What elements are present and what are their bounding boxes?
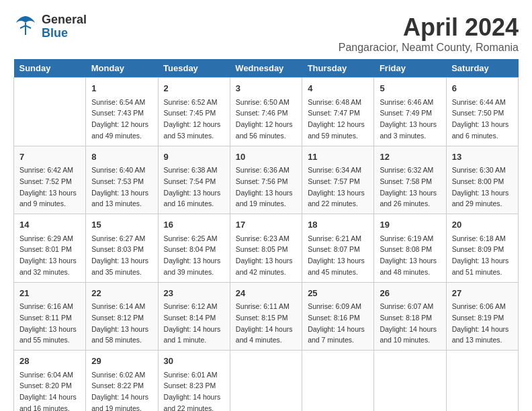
- page-header: General Blue April 2024 Pangaracior, Nea…: [13, 13, 519, 54]
- day-number: 26: [380, 287, 440, 300]
- calendar-cell: 15Sunrise: 6:27 AM Sunset: 8:03 PM Dayli…: [86, 214, 158, 283]
- logo-bird-svg: [13, 13, 38, 38]
- day-info: Sunrise: 6:11 AM Sunset: 8:15 PM Dayligh…: [236, 302, 293, 344]
- header-day-sunday: Sunday: [14, 59, 86, 78]
- day-info: Sunrise: 6:50 AM Sunset: 7:46 PM Dayligh…: [236, 98, 293, 140]
- day-info: Sunrise: 6:32 AM Sunset: 7:58 PM Dayligh…: [380, 166, 437, 208]
- calendar-cell: 27Sunrise: 6:06 AM Sunset: 8:19 PM Dayli…: [446, 282, 518, 351]
- calendar-cell: [446, 351, 518, 412]
- calendar-cell: 4Sunrise: 6:48 AM Sunset: 7:47 PM Daylig…: [302, 78, 374, 146]
- week-row-5: 28Sunrise: 6:04 AM Sunset: 8:20 PM Dayli…: [14, 351, 519, 412]
- calendar-cell: 5Sunrise: 6:46 AM Sunset: 7:49 PM Daylig…: [374, 78, 446, 146]
- calendar-table: SundayMondayTuesdayWednesdayThursdayFrid…: [13, 59, 519, 411]
- subtitle: Pangaracior, Neamt County, Romania: [339, 42, 519, 54]
- calendar-cell: 24Sunrise: 6:11 AM Sunset: 8:15 PM Dayli…: [230, 282, 302, 351]
- header-day-monday: Monday: [86, 59, 158, 78]
- calendar-cell: 23Sunrise: 6:12 AM Sunset: 8:14 PM Dayli…: [158, 282, 230, 351]
- day-info: Sunrise: 6:36 AM Sunset: 7:56 PM Dayligh…: [236, 166, 293, 208]
- calendar-cell: 2Sunrise: 6:52 AM Sunset: 7:45 PM Daylig…: [158, 78, 230, 146]
- day-number: 25: [308, 287, 368, 300]
- day-info: Sunrise: 6:12 AM Sunset: 8:14 PM Dayligh…: [164, 302, 221, 344]
- header-day-saturday: Saturday: [446, 59, 518, 78]
- calendar-cell: 21Sunrise: 6:16 AM Sunset: 8:11 PM Dayli…: [14, 282, 86, 351]
- day-number: 24: [236, 287, 296, 300]
- calendar-cell: 9Sunrise: 6:38 AM Sunset: 7:54 PM Daylig…: [158, 146, 230, 214]
- day-info: Sunrise: 6:02 AM Sunset: 8:22 PM Dayligh…: [91, 371, 148, 412]
- calendar-cell: 26Sunrise: 6:07 AM Sunset: 8:18 PM Dayli…: [374, 282, 446, 351]
- day-info: Sunrise: 6:25 AM Sunset: 8:04 PM Dayligh…: [164, 234, 221, 276]
- day-info: Sunrise: 6:18 AM Sunset: 8:09 PM Dayligh…: [452, 234, 509, 276]
- week-row-3: 14Sunrise: 6:29 AM Sunset: 8:01 PM Dayli…: [14, 214, 519, 283]
- day-number: 21: [19, 287, 80, 300]
- calendar-cell: [230, 351, 302, 412]
- day-info: Sunrise: 6:21 AM Sunset: 8:07 PM Dayligh…: [308, 234, 365, 276]
- day-number: 22: [91, 287, 152, 300]
- calendar-cell: 1Sunrise: 6:54 AM Sunset: 7:43 PM Daylig…: [86, 78, 158, 146]
- day-number: 2: [164, 82, 224, 95]
- day-number: 28: [19, 355, 80, 368]
- day-info: Sunrise: 6:48 AM Sunset: 7:47 PM Dayligh…: [308, 98, 365, 140]
- day-info: Sunrise: 6:01 AM Sunset: 8:23 PM Dayligh…: [164, 371, 221, 412]
- day-info: Sunrise: 6:46 AM Sunset: 7:49 PM Dayligh…: [380, 98, 437, 140]
- day-info: Sunrise: 6:07 AM Sunset: 8:18 PM Dayligh…: [380, 302, 437, 344]
- header-day-tuesday: Tuesday: [158, 59, 230, 78]
- logo: General Blue: [13, 13, 87, 40]
- logo-text: General Blue: [42, 13, 87, 40]
- logo-general: General: [42, 13, 87, 26]
- header-day-wednesday: Wednesday: [230, 59, 302, 78]
- calendar-body: 1Sunrise: 6:54 AM Sunset: 7:43 PM Daylig…: [14, 78, 519, 412]
- day-number: 15: [91, 218, 152, 232]
- day-number: 6: [452, 82, 513, 95]
- day-number: 12: [380, 150, 440, 164]
- calendar-cell: 13Sunrise: 6:30 AM Sunset: 8:00 PM Dayli…: [446, 146, 518, 214]
- logo-blue: Blue: [42, 26, 68, 40]
- day-number: 5: [380, 82, 440, 95]
- day-number: 23: [164, 287, 224, 300]
- day-info: Sunrise: 6:44 AM Sunset: 7:50 PM Dayligh…: [452, 98, 509, 140]
- calendar-cell: 18Sunrise: 6:21 AM Sunset: 8:07 PM Dayli…: [302, 214, 374, 283]
- calendar-cell: 3Sunrise: 6:50 AM Sunset: 7:46 PM Daylig…: [230, 78, 302, 146]
- day-info: Sunrise: 6:34 AM Sunset: 7:57 PM Dayligh…: [308, 166, 365, 208]
- calendar-cell: 17Sunrise: 6:23 AM Sunset: 8:05 PM Dayli…: [230, 214, 302, 283]
- day-number: 18: [308, 218, 368, 232]
- day-info: Sunrise: 6:42 AM Sunset: 7:52 PM Dayligh…: [19, 166, 77, 208]
- day-info: Sunrise: 6:14 AM Sunset: 8:12 PM Dayligh…: [91, 302, 148, 344]
- main-title: April 2024: [339, 13, 519, 42]
- week-row-1: 1Sunrise: 6:54 AM Sunset: 7:43 PM Daylig…: [14, 78, 519, 146]
- calendar-cell: 14Sunrise: 6:29 AM Sunset: 8:01 PM Dayli…: [14, 214, 86, 283]
- calendar-cell: 6Sunrise: 6:44 AM Sunset: 7:50 PM Daylig…: [446, 78, 518, 146]
- day-info: Sunrise: 6:30 AM Sunset: 8:00 PM Dayligh…: [452, 166, 509, 208]
- calendar-cell: 11Sunrise: 6:34 AM Sunset: 7:57 PM Dayli…: [302, 146, 374, 214]
- day-number: 11: [308, 150, 368, 164]
- calendar-cell: 12Sunrise: 6:32 AM Sunset: 7:58 PM Dayli…: [374, 146, 446, 214]
- day-info: Sunrise: 6:38 AM Sunset: 7:54 PM Dayligh…: [164, 166, 221, 208]
- day-number: 7: [19, 150, 80, 164]
- day-info: Sunrise: 6:23 AM Sunset: 8:05 PM Dayligh…: [236, 234, 293, 276]
- calendar-cell: 29Sunrise: 6:02 AM Sunset: 8:22 PM Dayli…: [86, 351, 158, 412]
- day-info: Sunrise: 6:52 AM Sunset: 7:45 PM Dayligh…: [164, 98, 221, 140]
- day-number: 14: [19, 218, 80, 232]
- day-number: 3: [236, 82, 296, 95]
- day-number: 17: [236, 218, 296, 232]
- header-row: SundayMondayTuesdayWednesdayThursdayFrid…: [14, 59, 519, 78]
- calendar-cell: 28Sunrise: 6:04 AM Sunset: 8:20 PM Dayli…: [14, 351, 86, 412]
- day-number: 9: [164, 150, 224, 164]
- calendar-cell: 7Sunrise: 6:42 AM Sunset: 7:52 PM Daylig…: [14, 146, 86, 214]
- calendar-cell: [14, 78, 86, 146]
- day-number: 27: [452, 287, 513, 300]
- week-row-4: 21Sunrise: 6:16 AM Sunset: 8:11 PM Dayli…: [14, 282, 519, 351]
- day-number: 30: [164, 355, 224, 368]
- calendar-cell: 8Sunrise: 6:40 AM Sunset: 7:53 PM Daylig…: [86, 146, 158, 214]
- week-row-2: 7Sunrise: 6:42 AM Sunset: 7:52 PM Daylig…: [14, 146, 519, 214]
- calendar-cell: 19Sunrise: 6:19 AM Sunset: 8:08 PM Dayli…: [374, 214, 446, 283]
- day-number: 19: [380, 218, 440, 232]
- day-number: 1: [91, 82, 152, 95]
- calendar-header: SundayMondayTuesdayWednesdayThursdayFrid…: [14, 59, 519, 78]
- calendar-cell: 25Sunrise: 6:09 AM Sunset: 8:16 PM Dayli…: [302, 282, 374, 351]
- day-number: 4: [308, 82, 368, 95]
- day-info: Sunrise: 6:27 AM Sunset: 8:03 PM Dayligh…: [91, 234, 148, 276]
- day-info: Sunrise: 6:16 AM Sunset: 8:11 PM Dayligh…: [19, 302, 77, 344]
- day-number: 13: [452, 150, 513, 164]
- day-info: Sunrise: 6:09 AM Sunset: 8:16 PM Dayligh…: [308, 302, 365, 344]
- title-section: April 2024 Pangaracior, Neamt County, Ro…: [339, 13, 519, 54]
